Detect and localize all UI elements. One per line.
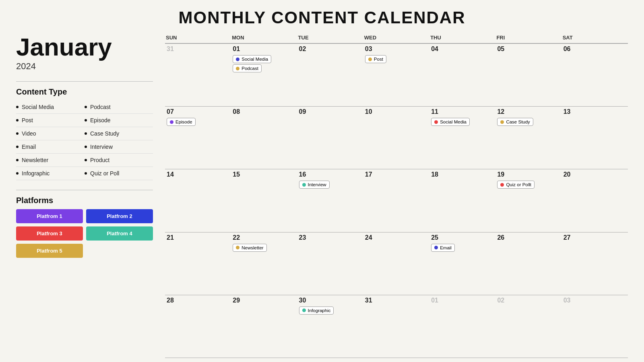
cal-date-number: 16 [299,171,362,178]
content-type-heading: Content Type [16,87,153,97]
bullet [16,159,19,161]
cal-date-number: 17 [365,171,428,178]
calendar-week-2: 07Episode08091011Social Media12Case Stud… [165,107,628,169]
day-header-thu: THU [429,35,495,44]
calendar-cell: 20 [562,169,628,232]
calendar-week-4: 2122Newsletter232425Email2627 [165,232,628,295]
cal-date-number: 11 [431,108,494,115]
bullet [16,132,19,135]
cal-date-number: 21 [167,234,229,241]
calendar-cell: 26 [495,232,561,295]
event-chip[interactable]: Newsletter [233,244,266,252]
cal-date-number: 19 [497,171,560,178]
calendar-cell: 13 [562,107,628,169]
calendar-cell: 03Post [363,44,429,107]
platform-2-button[interactable]: Platfrom 2 [86,209,153,223]
cal-date-number: 04 [431,45,494,53]
bullet [85,146,87,148]
calendar-cell: 03 [562,295,628,358]
bullet [85,106,87,108]
event-dot [434,246,438,249]
calendar-cell: 27 [562,232,628,295]
event-chip[interactable]: Infographic [299,306,334,315]
event-label: Social Media [242,57,268,62]
calendar-cell: 12Case Study [495,107,561,169]
calendar-cell: 15 [231,169,297,232]
event-dot [500,120,504,124]
cal-date-number: 27 [564,234,626,241]
month-name: January [16,35,153,60]
event-dot [236,67,239,70]
calendar-cell: 05 [495,44,561,107]
event-chip[interactable]: Episode [167,118,196,126]
calendar-cell: 08 [231,107,297,169]
calendar-cell: 31 [363,295,429,358]
calendar-cell: 04 [429,44,495,107]
content-type-col2: PodcastEpisodeCase StudyInterviewProduct… [85,101,153,180]
event-label: Interview [308,182,326,187]
event-chip[interactable]: Quiz or Pollt [497,181,535,189]
cal-date-number: 24 [365,234,428,241]
platform-4-button[interactable]: Platfrom 4 [86,226,153,241]
event-chip[interactable]: Case Study [497,118,533,126]
cal-date-number: 31 [365,297,428,304]
event-dot [434,120,438,124]
cal-date-number: 29 [233,297,295,304]
event-chip[interactable]: Email [431,244,455,252]
content-type-item: Video [16,127,85,140]
calendar-cell: 30Infographic [297,295,363,358]
event-dot [302,309,306,312]
cal-date-number: 30 [299,297,362,304]
calendar-cell: 14 [165,169,231,232]
event-label: Newsletter [242,245,263,250]
day-header-tue: TUE [297,35,363,44]
calendar-cell: 11Social Media [429,107,495,169]
platform-5-button[interactable]: Platfrom 5 [16,244,83,258]
platforms-heading: Platforms [16,196,153,205]
event-label: Social Media [440,119,466,124]
platform-grid: Platfrom 1Platfrom 2Platfrom 3Platfrom 4… [16,209,153,258]
event-label: Case Study [506,119,530,124]
calendar-cell: 17 [363,169,429,232]
page-title: MONTHLY CONTENT CALENDAR [178,8,465,27]
platforms-section: Platforms Platfrom 1Platfrom 2Platfrom 3… [16,186,153,258]
cal-date-number: 15 [233,171,295,178]
event-label: Infographic [308,308,331,313]
cal-date-number: 26 [497,234,560,241]
content-type-item: Interview [85,140,153,154]
event-chip[interactable]: Social Media [431,118,470,126]
bullet [85,132,87,135]
calendar-cell: 16Interview [297,169,363,232]
event-chip[interactable]: Interview [299,181,330,189]
cal-date-number: 05 [497,45,560,53]
cal-date-number: 18 [431,171,494,178]
cal-date-number: 13 [564,108,626,115]
content-type-item: Infographic [16,167,85,180]
calendar-cell: 06 [562,44,628,107]
cal-date-number: 01 [233,45,295,53]
calendar-cell: 22Newsletter [231,232,297,295]
day-header-mon: MON [231,35,297,44]
calendar-cell: 07Episode [165,107,231,169]
calendar: SUNMONTUEWEDTHUFRISAT 3101Social MediaPo… [165,35,628,358]
bullet [16,106,19,108]
cal-date-number: 23 [299,234,362,241]
event-label: Podcast [242,66,258,71]
event-chip[interactable]: Social Media [233,55,271,63]
calendar-cell: 09 [297,107,363,169]
event-dot [236,246,239,249]
calendar-cell: 29 [231,295,297,358]
calendar-cell: 25Email [429,232,495,295]
calendar-cell: 31 [165,44,231,107]
platform-1-button[interactable]: Platfrom 1 [16,209,83,223]
event-chip[interactable]: Podcast [233,64,262,72]
platform-3-button[interactable]: Platfrom 3 [16,226,83,241]
content-type-col1: Social MediaPostVideoEmailNewsletterInfo… [16,101,85,180]
cal-date-number: 02 [299,45,362,53]
event-dot [170,120,173,124]
content-type-item: Newsletter [16,154,85,167]
cal-date-number: 10 [365,108,428,115]
bullet [16,146,19,148]
sidebar: January 2024 Content Type Social MediaPo… [16,35,165,358]
event-chip[interactable]: Post [365,55,386,63]
